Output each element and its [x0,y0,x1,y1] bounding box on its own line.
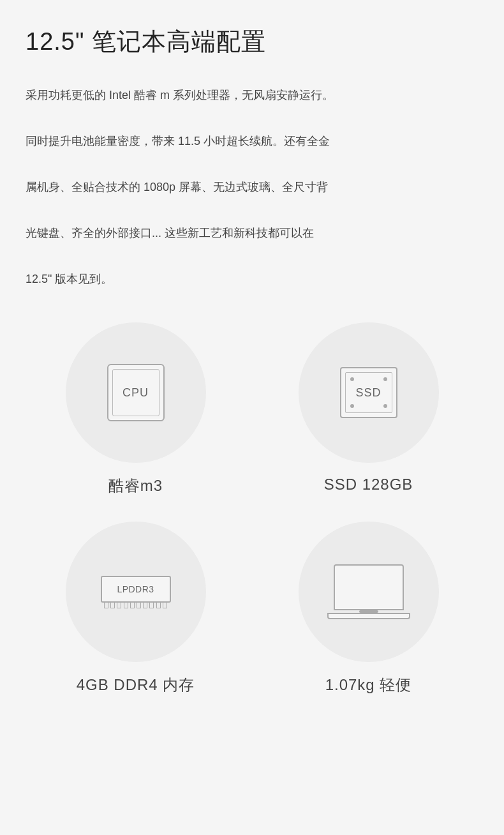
ram-tooth-2 [110,603,115,608]
ssd-dot-br [383,404,387,408]
ram-tooth-9 [156,603,161,608]
spec-circle-weight [299,522,439,662]
ssd-dot-tr [383,377,387,381]
laptop-base [327,613,410,619]
ram-tooth-7 [143,603,147,608]
page-description: 采用功耗更低的 Intel 酷睿 m 系列处理器，无风扇安静运行。同时提升电池能… [26,84,478,290]
ssd-icon: SSD [340,367,397,418]
ssd-dot-bl [350,404,354,408]
ram-body: LPDDR3 [101,576,171,603]
ram-tooth-1 [104,603,108,608]
ssd-spec-label: SSD 128GB [324,476,413,493]
ram-tooth-6 [137,603,141,608]
laptop-icon [327,564,410,619]
laptop-screen [334,564,404,610]
cpu-spec-label: 酷睿m3 [108,476,163,496]
spec-item-ram: LPDDR3 4GB DDR4 内存 [26,522,246,695]
ssd-dot-tl [350,377,354,381]
ram-teeth [101,603,171,608]
ssd-chip: SSD [340,367,397,418]
spec-item-cpu: CPU 酷睿m3 [26,322,246,496]
spec-circle-cpu: CPU [66,322,206,463]
ram-tooth-8 [149,603,154,608]
ram-spec-label: 4GB DDR4 内存 [77,675,195,695]
specs-grid: CPU 酷睿m3 SSD SSD 128GB L [26,322,478,695]
cpu-chip-label: CPU [122,386,149,400]
weight-spec-label: 1.07kg 轻便 [325,675,412,695]
spec-item-ssd: SSD SSD 128GB [258,322,478,496]
spec-circle-ssd: SSD [299,322,439,463]
cpu-chip: CPU [107,364,165,421]
ssd-chip-label: SSD [355,386,381,400]
ram-chip-label: LPDDR3 [117,584,154,594]
spec-circle-ram: LPDDR3 [66,522,206,662]
spec-item-weight: 1.07kg 轻便 [258,522,478,695]
ram-tooth-3 [117,603,121,608]
ram-tooth-10 [163,603,167,608]
ram-icon: LPDDR3 [101,576,171,608]
ram-tooth-5 [130,603,135,608]
ram-tooth-4 [124,603,128,608]
page-title: 12.5" 笔记本高端配置 [26,26,478,58]
cpu-icon: CPU [107,364,165,421]
